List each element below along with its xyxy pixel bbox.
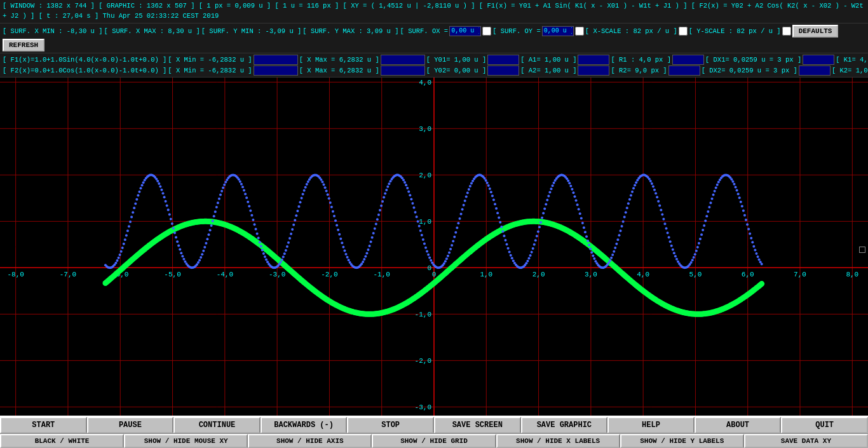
f1-a1: [ A1= 1,00 u ] bbox=[520, 56, 576, 64]
f1-formula: [ F1(x)=1.0+1.0Sin(4.0(x-0.0)-1.0t+0.0) … bbox=[3, 56, 166, 64]
f1-xmax-input[interactable] bbox=[381, 55, 425, 65]
f1-row: [ F1(x)=1.0+1.0Sin(4.0(x-0.0)-1.0t+0.0) … bbox=[3, 55, 865, 65]
pause-button[interactable]: PAUSE bbox=[87, 417, 174, 433]
defaults-button[interactable]: DEFAULTS bbox=[792, 25, 839, 37]
f2-xmin: [ X Min = -6,2832 u ] bbox=[168, 67, 252, 74]
refresh-button[interactable]: REFRESH bbox=[3, 39, 44, 51]
show-hide-axis-button[interactable]: SHOW / HIDE AXIS bbox=[248, 434, 372, 448]
save-screen-button[interactable]: SAVE SCREEN bbox=[434, 417, 521, 433]
f2-xmax-input[interactable] bbox=[381, 65, 425, 76]
window-info: [ WINDOW : 1382 x 744 ] [ GRAPHIC : 1362… bbox=[3, 2, 864, 20]
f2-r2: [ R2= 9,0 px ] bbox=[611, 67, 667, 74]
f2-r2-input[interactable] bbox=[668, 65, 700, 76]
f1-r1-input[interactable] bbox=[672, 55, 704, 65]
f2-formula: [ F2(x)=0.0+1.0Cos(1.0(x-0.0)-1.0t+0.0) … bbox=[3, 67, 166, 74]
f1-a1-input[interactable] bbox=[578, 55, 609, 65]
f2-y02-input[interactable] bbox=[487, 65, 519, 76]
surf-xmin-label: [ SURF. X MIN : -8,30 u ] bbox=[3, 27, 103, 35]
f2-y02: [ Y02= 0,00 u ] bbox=[426, 67, 487, 74]
f2-xmax: [ X Max = 6,2832 u ] bbox=[299, 67, 379, 74]
f2-a2-input[interactable] bbox=[578, 65, 609, 76]
f2-row: [ F2(x)=0.0+1.0Cos(1.0(x-0.0)-1.0t+0.0) … bbox=[3, 65, 865, 76]
f2-dx2: [ DX2= 0,0259 u = 3 px ] bbox=[702, 67, 797, 74]
start-button[interactable]: START bbox=[0, 417, 87, 433]
graph-area[interactable] bbox=[0, 78, 868, 416]
surf-ox-input[interactable] bbox=[449, 26, 481, 36]
xscale-label: [ X-SCALE : 82 px / u ] bbox=[585, 27, 677, 35]
marker-square bbox=[859, 247, 865, 253]
f2-dx2-input[interactable] bbox=[799, 65, 831, 76]
f1-xmax: [ X Max = 6,2832 u ] bbox=[299, 56, 379, 64]
continue-button[interactable]: CONTINUE bbox=[173, 417, 261, 433]
xscale-checkbox[interactable] bbox=[679, 27, 688, 36]
f1-r1: [ R1 : 4,0 px ] bbox=[611, 56, 671, 64]
info-bar: [ WINDOW : 1382 x 744 ] [ GRAPHIC : 1362… bbox=[0, 0, 868, 24]
help-button[interactable]: HELP bbox=[607, 417, 695, 433]
f1-dx1: [ DX1= 0,0259 u = 3 px ] bbox=[705, 56, 801, 64]
f1-k1: [ K1= 4,00 /u ] bbox=[836, 56, 868, 64]
surf-oy-checkbox[interactable] bbox=[575, 27, 584, 36]
surf-ox-label: [ SURF. OX = bbox=[400, 27, 449, 35]
f1-xmin-input[interactable] bbox=[254, 55, 298, 65]
f1-dx1-input[interactable] bbox=[803, 55, 834, 65]
surf-xmax-label: [ SURF. X MAX : 8,30 u ] bbox=[104, 27, 200, 35]
bottom-bar-1: START PAUSE CONTINUE BACKWARDS (-) STOP … bbox=[0, 416, 868, 433]
surf-controls: [ SURF. X MIN : -8,30 u ] [ SURF. X MAX … bbox=[0, 24, 868, 53]
show-hide-grid-button[interactable]: SHOW / HIDE GRID bbox=[372, 434, 496, 448]
bottom-bar-2: BLACK / WHITE SHOW / HIDE MOUSE XY SHOW … bbox=[0, 433, 868, 448]
surf-ymin-label: [ SURF. Y MIN : -3,09 u ] bbox=[201, 27, 302, 35]
yscale-label: [ Y-SCALE : 82 px / u ] bbox=[689, 27, 781, 35]
f1-y01: [ Y01= 1,00 u ] bbox=[426, 56, 487, 64]
backwards-button[interactable]: BACKWARDS (-) bbox=[261, 417, 348, 433]
show-hide-ylabels-button[interactable]: SHOW / HIDE Y LABELS bbox=[620, 434, 744, 448]
f2-a2: [ A2= 1,00 u ] bbox=[520, 67, 576, 74]
f1-y01-input[interactable] bbox=[487, 55, 519, 65]
show-hide-xlabels-button[interactable]: SHOW / HIDE X LABELS bbox=[496, 434, 620, 448]
surf-oy-input[interactable] bbox=[542, 26, 574, 36]
yscale-checkbox[interactable] bbox=[782, 27, 791, 36]
quit-button[interactable]: QUIT bbox=[781, 417, 868, 433]
save-dataxy-button[interactable]: SAVE DATA XY bbox=[744, 434, 868, 448]
stop-button[interactable]: STOP bbox=[347, 417, 434, 433]
black-white-button[interactable]: BLACK / WHITE bbox=[0, 434, 124, 448]
surf-ox-checkbox[interactable] bbox=[482, 27, 491, 36]
show-hide-mousexy-button[interactable]: SHOW / HIDE MOUSE XY bbox=[124, 434, 248, 448]
formula-rows: [ F1(x)=1.0+1.0Sin(4.0(x-0.0)-1.0t+0.0) … bbox=[0, 53, 868, 78]
surf-oy-label: [ SURF. OY = bbox=[492, 27, 541, 35]
f2-k2: [ K2= 1,00 /u ] bbox=[832, 67, 868, 74]
graph-canvas bbox=[0, 78, 868, 416]
f2-xmin-input[interactable] bbox=[254, 65, 298, 76]
about-button[interactable]: ABOUT bbox=[695, 417, 782, 433]
save-graphic-button[interactable]: SAVE GRAPHIC bbox=[521, 417, 608, 433]
f1-xmin: [ X Min = -6,2832 u ] bbox=[168, 56, 252, 64]
surf-ymax-label: [ SURF. Y MAX : 3,09 u ] bbox=[302, 27, 398, 35]
